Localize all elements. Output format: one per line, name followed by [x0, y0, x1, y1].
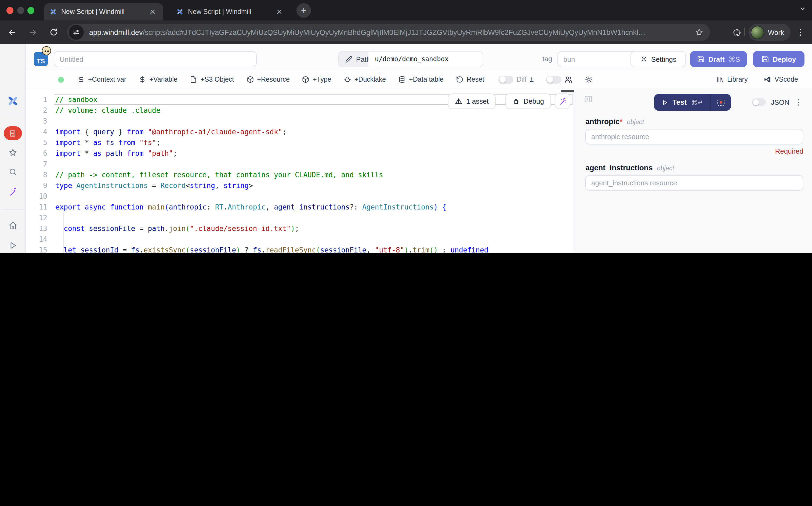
- extension-puzzle-icon[interactable]: [732, 28, 741, 36]
- prism-icon: [455, 97, 462, 105]
- package-icon: [302, 76, 309, 83]
- workspace-badge: [3, 126, 22, 140]
- toolbar--resource-button[interactable]: +Resource: [246, 76, 290, 83]
- code-line[interactable]: 5import * as fs from "fs";: [26, 138, 573, 148]
- diff-switch[interactable]: [499, 76, 514, 84]
- toolbar--s3-object-button[interactable]: +S3 Object: [190, 76, 234, 83]
- test-button[interactable]: Test ⌘↵: [654, 94, 731, 111]
- code-line[interactable]: 12: [26, 213, 573, 224]
- tab-search-chevron-icon[interactable]: [799, 5, 806, 12]
- toolbar--variable-button[interactable]: +Variable: [139, 76, 177, 83]
- save-icon: [697, 55, 705, 63]
- rail-divider: [2, 209, 24, 209]
- code-line[interactable]: 7: [26, 159, 573, 170]
- debug-button[interactable]: Debug: [505, 93, 551, 109]
- dollar-icon: [139, 76, 146, 83]
- library-icon: [716, 76, 724, 83]
- settings-button[interactable]: Settings: [630, 51, 686, 67]
- multiplayer-switch[interactable]: [546, 76, 561, 84]
- browser-tab[interactable]: New Script | Windmill✕: [44, 3, 163, 20]
- code-line[interactable]: 13 const sessionFile = path.join(".claud…: [26, 224, 573, 234]
- url-text: app.windmill.dev/scripts/add#JTdCJTIyaGF…: [89, 28, 689, 36]
- tab-close-icon[interactable]: ✕: [148, 7, 158, 16]
- back-icon[interactable]: [7, 28, 17, 37]
- code-line[interactable]: 3: [26, 116, 573, 127]
- json-label: JSON: [771, 98, 790, 106]
- editor-toolbar: +Context var+Variable+S3 Object+Resource…: [26, 70, 812, 89]
- forward-icon[interactable]: [28, 28, 37, 37]
- line-number: 1: [26, 94, 47, 105]
- line-number: 15: [26, 245, 47, 253]
- windmill-logo[interactable]: [6, 94, 19, 107]
- toolbar--context-var-button[interactable]: +Context var: [77, 76, 126, 83]
- vscode-button[interactable]: VScode: [764, 76, 798, 83]
- sidebar-rail: G: [0, 44, 26, 253]
- toolbar-reset-button[interactable]: Reset: [456, 76, 484, 83]
- sidebar-item-magic-wand-icon[interactable]: [8, 187, 17, 196]
- window-close-button[interactable]: [6, 7, 13, 14]
- window-zoom-button[interactable]: [27, 7, 34, 14]
- panel-menu-kebab-icon[interactable]: ⋮: [794, 97, 802, 107]
- code-line[interactable]: 4import { query } from "@anthropic-ai/cl…: [26, 127, 573, 138]
- sidebar-item-star-icon[interactable]: [8, 148, 17, 157]
- tag-input[interactable]: [557, 51, 639, 67]
- diff-toggle[interactable]: Diff ±: [499, 76, 534, 84]
- browser-menu-kebab-icon[interactable]: ⋮: [796, 27, 805, 37]
- ai-wand-button[interactable]: [555, 93, 570, 109]
- agent_instructions-input[interactable]: [585, 175, 803, 191]
- toolbar--type-button[interactable]: +Type: [302, 76, 331, 83]
- window-minimize-button[interactable]: [17, 7, 24, 14]
- site-settings-icon[interactable]: [69, 25, 84, 40]
- code-line[interactable]: 15 let sessionId = fs.existsSync(session…: [26, 245, 573, 253]
- vscode-icon: [764, 76, 771, 83]
- sidebar-item-workspace-building-icon[interactable]: [3, 126, 22, 140]
- tab-close-icon[interactable]: ✕: [274, 7, 285, 16]
- code-line[interactable]: 11export async function main(anthropic: …: [26, 202, 573, 213]
- new-tab-button[interactable]: +: [296, 3, 311, 18]
- browser-tabstrip: New Script | Windmill✕New Script | Windm…: [0, 0, 812, 20]
- assets-button[interactable]: 1 asset: [448, 93, 496, 109]
- editor-settings-gear-icon[interactable]: [584, 76, 593, 84]
- json-toggle[interactable]: [752, 98, 766, 106]
- field-anthropic: anthropic*object Required: [585, 117, 803, 155]
- browser-tab[interactable]: New Script | Windmill✕: [171, 3, 290, 20]
- line-number: 9: [26, 180, 47, 191]
- magic-wand-icon: [558, 97, 566, 105]
- save-icon: [761, 55, 769, 63]
- sidebar-item-play-icon[interactable]: [8, 241, 17, 250]
- reload-icon[interactable]: [50, 28, 58, 36]
- splitter-handle[interactable]: [561, 90, 575, 92]
- sidebar-item-search-icon[interactable]: [8, 167, 17, 176]
- code-line[interactable]: 9type AgentInstructions = Record<string,…: [26, 180, 573, 191]
- collapse-panel-icon[interactable]: [584, 94, 593, 104]
- rail-divider: [2, 113, 24, 113]
- deploy-button[interactable]: Deploy: [753, 51, 805, 67]
- browser-toolbar: app.windmill.dev/scripts/add#JTdCJTIyaGF…: [0, 20, 812, 44]
- script-name-input[interactable]: [54, 51, 257, 67]
- code-editor[interactable]: 1// sandbox2// volume: claude .claude34i…: [26, 89, 573, 253]
- users-icon: [564, 76, 572, 84]
- url-bar[interactable]: app.windmill.dev/scripts/add#JTdCJTIyaGF…: [67, 24, 710, 41]
- test-capture-button[interactable]: [711, 94, 731, 111]
- avatar: [751, 25, 764, 39]
- line-number: 7: [26, 159, 47, 170]
- code-line[interactable]: 6import * as path from "path";: [26, 148, 573, 159]
- code-line[interactable]: 8// path -> content, fileset resource, t…: [26, 170, 573, 180]
- bookmark-star-icon[interactable]: [695, 28, 704, 36]
- windmill-favicon: [176, 8, 184, 16]
- database-icon: [398, 76, 406, 83]
- draft-button[interactable]: Draft⌘S: [690, 51, 747, 67]
- field-agent_instructions: agent_instructionsobject: [585, 163, 803, 191]
- anthropic-input[interactable]: [585, 129, 803, 145]
- line-number: 4: [26, 127, 47, 138]
- code-line[interactable]: 10: [26, 191, 573, 202]
- multiplayer-toggle[interactable]: [546, 76, 572, 84]
- toolbar--data-table-button[interactable]: +Data table: [398, 76, 444, 83]
- sidebar-item-home-icon[interactable]: [8, 221, 17, 230]
- toolbar--ducklake-button[interactable]: +Ducklake: [344, 76, 386, 83]
- profile-chip[interactable]: Work: [749, 24, 791, 41]
- library-button[interactable]: Library: [716, 76, 747, 83]
- line-number: 13: [26, 224, 47, 234]
- code-line[interactable]: 14: [26, 234, 573, 245]
- path-value[interactable]: u/demo/demo_sandbox: [368, 51, 483, 67]
